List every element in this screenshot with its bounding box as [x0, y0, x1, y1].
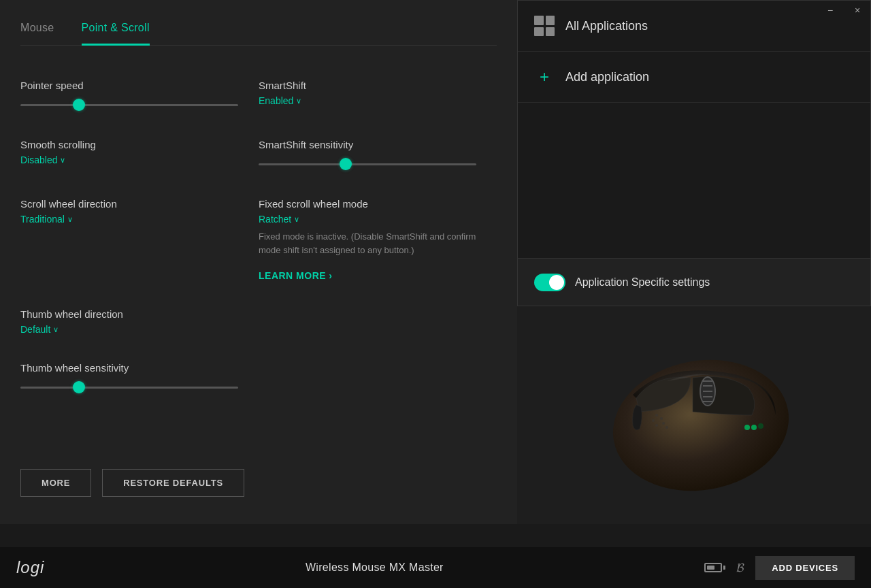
smooth-scrolling-label: Smooth scrolling	[20, 139, 245, 150]
scroll-wheel-direction-value[interactable]: Traditional ∨	[20, 214, 245, 225]
chevron-right-icon: ›	[329, 270, 332, 281]
toggle-knob	[549, 275, 564, 290]
app-specific-bar: Application Specific settings	[517, 259, 871, 306]
logi-logo: logi	[16, 558, 44, 577]
main-panel: Mouse Point & Scroll Pointer speed Smart…	[0, 0, 517, 524]
bottom-buttons: MORE RESTORE DEFAULTS	[20, 469, 244, 497]
battery-body	[704, 563, 722, 572]
bottom-bar: logi Wireless Mouse MX Master 𝓑 ADD DEVI…	[0, 547, 871, 588]
learn-more-link[interactable]: LEARN MORE ›	[259, 270, 483, 281]
pointer-speed-label: Pointer speed	[20, 80, 245, 91]
thumb-wheel-direction-label: Thumb wheel direction	[20, 308, 245, 320]
add-application-label: Add application	[565, 70, 649, 84]
grid-icon	[534, 16, 555, 36]
slider-thumb[interactable]	[73, 99, 85, 111]
application-dropdown: All Applications + Add application	[517, 0, 871, 259]
fixed-scroll-mode-label: Fixed scroll wheel mode	[259, 198, 483, 210]
battery-tip	[723, 566, 725, 570]
svg-point-9	[751, 425, 757, 430]
add-application-item[interactable]: + Add application	[518, 52, 870, 103]
app-specific-toggle[interactable]	[534, 274, 565, 291]
bluetooth-icon: 𝓑	[736, 561, 744, 575]
thumb-wheel-sensitivity-slider[interactable]	[20, 380, 238, 394]
add-devices-button[interactable]: ADD DEVICES	[755, 556, 855, 580]
battery-fill	[707, 566, 714, 570]
thumb-wheel-sensitivity-setting: Thumb wheel sensitivity	[20, 348, 259, 408]
tab-point-scroll[interactable]: Point & Scroll	[82, 14, 150, 45]
empty-cell	[259, 295, 497, 348]
fixed-scroll-chevron: ∨	[294, 215, 299, 224]
slider-track-ss	[259, 163, 476, 165]
svg-point-14	[662, 422, 665, 425]
slider-thumb-ss[interactable]	[340, 158, 352, 170]
fixed-scroll-mode-setting: Fixed scroll wheel mode Ratchet ∨ Fixed …	[259, 184, 497, 295]
svg-point-8	[744, 425, 750, 430]
bottom-right-controls: 𝓑 ADD DEVICES	[704, 556, 855, 580]
svg-point-16	[665, 426, 668, 429]
device-name: Wireless Mouse MX Master	[306, 561, 444, 574]
fixed-scroll-mode-value[interactable]: Ratchet ∨	[259, 214, 483, 225]
smartshift-sensitivity-label: SmartShift sensitivity	[259, 139, 483, 150]
fixed-mode-note: Fixed mode is inactive. (Disable SmartSh…	[259, 230, 483, 257]
more-button[interactable]: MORE	[20, 469, 91, 497]
all-applications-label: All Applications	[565, 19, 648, 33]
smartshift-setting: SmartShift Enabled ∨	[259, 66, 497, 125]
tab-mouse[interactable]: Mouse	[20, 14, 54, 45]
svg-point-15	[655, 424, 658, 427]
plus-icon: +	[534, 67, 555, 87]
smartshift-chevron: ∨	[296, 97, 301, 105]
smartshift-value[interactable]: Enabled ∨	[259, 95, 483, 106]
scroll-wheel-direction-label: Scroll wheel direction	[20, 198, 245, 210]
svg-point-10	[758, 423, 763, 429]
slider-thumb-tw[interactable]	[73, 381, 85, 393]
svg-point-13	[652, 419, 655, 422]
tab-bar: Mouse Point & Scroll	[20, 14, 497, 46]
restore-defaults-button[interactable]: RESTORE DEFAULTS	[102, 469, 244, 497]
scroll-wheel-chevron: ∨	[67, 215, 73, 224]
pointer-speed-setting: Pointer speed	[20, 66, 259, 125]
thumb-wheel-direction-value[interactable]: Default ∨	[20, 324, 245, 335]
smartshift-label: SmartShift	[259, 80, 483, 91]
svg-point-0	[602, 346, 799, 504]
smartshift-sensitivity-setting: SmartShift sensitivity	[259, 125, 497, 184]
thumb-wheel-sensitivity-label: Thumb wheel sensitivity	[20, 362, 245, 374]
svg-point-12	[660, 417, 663, 420]
close-button[interactable]: ×	[844, 0, 871, 20]
slider-track	[20, 104, 238, 106]
settings-grid: Pointer speed SmartShift Enabled ∨ Smoot…	[20, 66, 497, 408]
app-specific-label: Application Specific settings	[575, 276, 710, 289]
scroll-wheel-direction-setting: Scroll wheel direction Traditional ∨	[20, 184, 259, 295]
minimize-button[interactable]: −	[817, 0, 844, 20]
smartshift-sensitivity-slider[interactable]	[259, 157, 476, 171]
thumb-wheel-direction-chevron: ∨	[53, 325, 59, 334]
pointer-speed-slider[interactable]	[20, 98, 238, 112]
mouse-image-area	[517, 306, 871, 524]
battery-icon	[704, 563, 725, 572]
mouse-illustration	[578, 327, 810, 504]
thumb-wheel-direction-setting: Thumb wheel direction Default ∨	[20, 295, 259, 348]
smooth-scrolling-setting: Smooth scrolling Disabled ∨	[20, 125, 259, 184]
title-bar: − ×	[817, 0, 871, 20]
smooth-scrolling-chevron: ∨	[60, 156, 65, 165]
slider-track-tw	[20, 387, 238, 389]
smooth-scrolling-value[interactable]: Disabled ∨	[20, 154, 245, 165]
svg-point-11	[655, 414, 658, 416]
